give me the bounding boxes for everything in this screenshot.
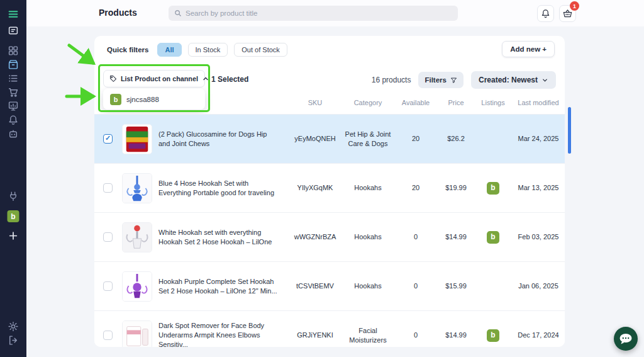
product-category: Hookahs <box>342 183 394 192</box>
product-sku: yEyMoQNEH <box>288 134 342 143</box>
header-available: Available <box>394 99 438 106</box>
table-row[interactable]: Dark Spot Remover for Face Body Underarm… <box>94 310 565 347</box>
product-available: 0 <box>394 281 438 290</box>
header-category: Category <box>342 99 394 106</box>
product-price: $14.99 <box>438 331 474 339</box>
vertical-scrollbar[interactable] <box>568 107 571 154</box>
products-panel: Quick filters All In Stock Out of Stock … <box>94 36 565 347</box>
sidebar: b <box>0 0 26 357</box>
sort-dropdown[interactable]: Created: Newest <box>471 71 556 89</box>
product-sku: GRJiYENKI <box>288 331 342 339</box>
add-channel-plus-icon[interactable] <box>8 230 19 241</box>
notifications-bell-button[interactable] <box>537 5 554 22</box>
product-sku: YIlyXGqMK <box>288 183 342 192</box>
quick-filters-label: Quick filters <box>107 46 148 54</box>
table-row[interactable]: Blue 4 Hose Hookah Set with Everything P… <box>94 163 565 212</box>
search-icon <box>174 9 182 17</box>
row-checkbox[interactable] <box>103 134 113 144</box>
header-listings: Listings <box>474 99 512 106</box>
header-price: Price <box>438 99 474 106</box>
selected-count: 1 Selected <box>211 75 248 84</box>
product-category: Hookahs <box>342 232 394 241</box>
channel-dropdown-label: List Product on channel <box>121 75 198 82</box>
product-price: $15.99 <box>438 281 474 290</box>
product-category: Facial Moisturizers <box>342 326 394 344</box>
annotation-arrow-dropdown <box>69 45 93 63</box>
product-title: Hookah Purple Complete Set Hookah Set 2 … <box>158 277 288 296</box>
page-title: Products <box>99 8 137 18</box>
row-checkbox[interactable] <box>103 281 113 291</box>
basket-icon <box>563 9 572 18</box>
listing-badge[interactable]: b <box>487 182 499 195</box>
product-last-modified: Mar 24, 2025 <box>512 134 565 143</box>
product-title: White Hookah set with everything Hookah … <box>158 228 288 247</box>
app-window: b Products 1 Quick filters All In Sto <box>0 0 644 357</box>
product-category: Hookahs <box>342 281 394 290</box>
product-available: 0 <box>394 331 438 339</box>
notifications-icon[interactable] <box>8 115 19 125</box>
listing-badge[interactable]: b <box>487 329 499 342</box>
products-icon[interactable] <box>8 59 19 70</box>
product-category: Pet Hip & Joint Care & Dogs <box>342 130 394 148</box>
funnel-icon <box>450 77 457 84</box>
table-header-row: SKU Category Available Price Listings La… <box>94 99 565 106</box>
integrations-plug-icon[interactable] <box>8 191 19 201</box>
search-box[interactable] <box>169 6 458 21</box>
product-thumbnail <box>122 320 152 348</box>
orders-list-icon[interactable] <box>8 73 19 84</box>
product-price: $19.99 <box>438 183 474 192</box>
apps-grid-icon[interactable] <box>8 45 19 56</box>
product-title: Blue 4 Hose Hookah Set with Everything P… <box>158 179 288 198</box>
filter-pill-all[interactable]: All <box>157 43 181 57</box>
product-sku: wWGZNrBZA <box>288 232 342 241</box>
row-checkbox[interactable] <box>103 232 113 242</box>
product-title: Dark Spot Remover for Face Body Underarm… <box>158 321 288 347</box>
table-body: (2 Pack) Glucosamine for Dogs Hip and Jo… <box>94 114 565 347</box>
add-new-button[interactable]: Add new + <box>502 41 555 57</box>
product-last-modified: Feb 03, 2025 <box>512 232 565 241</box>
header-last-modified: Last modified <box>512 99 565 106</box>
product-available: 0 <box>394 232 438 241</box>
basket-button[interactable]: 1 <box>559 5 576 22</box>
product-thumbnail <box>122 173 152 203</box>
listing-badge[interactable]: b <box>487 231 499 244</box>
top-bar: Products 1 <box>26 0 644 26</box>
bell-icon <box>541 9 550 18</box>
list-product-on-channel-dropdown[interactable]: List Product on channel <box>103 70 205 88</box>
table-row[interactable]: Hookah Purple Complete Set Hookah Set 2 … <box>94 261 565 310</box>
tag-icon <box>109 75 117 82</box>
chevron-down-icon <box>541 77 548 84</box>
chevron-up-icon <box>202 75 209 82</box>
settings-gear-icon[interactable] <box>8 321 19 332</box>
product-title: (2 Pack) Glucosamine for Dogs Hip and Jo… <box>158 130 288 149</box>
bot-icon[interactable] <box>8 128 19 139</box>
table-toolbar: 16 products Filters Created: Newest <box>372 71 556 89</box>
row-checkbox[interactable] <box>103 331 113 340</box>
product-available: 20 <box>394 183 438 192</box>
product-last-modified: Mar 13, 2025 <box>512 183 565 192</box>
product-price: $14.99 <box>438 232 474 241</box>
product-thumbnail <box>122 222 152 252</box>
product-sku: tCSVtBEMV <box>288 281 342 290</box>
filters-button[interactable]: Filters <box>418 72 464 88</box>
product-count: 16 products <box>372 76 411 84</box>
chat-widget-button[interactable] <box>614 327 638 351</box>
bonanza-channel-icon[interactable]: b <box>8 210 19 222</box>
analytics-icon[interactable] <box>8 101 19 111</box>
cart-icon[interactable] <box>8 87 19 98</box>
sort-dropdown-label: Created: Newest <box>479 76 538 84</box>
search-input[interactable] <box>186 9 452 17</box>
table-row[interactable]: (2 Pack) Glucosamine for Dogs Hip and Jo… <box>94 114 565 163</box>
dashboard-icon[interactable] <box>8 25 19 36</box>
menu-icon[interactable] <box>8 9 19 20</box>
product-thumbnail <box>122 271 152 302</box>
filter-pill-in-stock[interactable]: In Stock <box>188 43 228 57</box>
table-row[interactable]: White Hookah set with everything Hookah … <box>94 212 565 261</box>
basket-count-badge: 1 <box>570 1 579 11</box>
logout-icon[interactable] <box>8 335 19 346</box>
row-checkbox[interactable] <box>103 183 113 193</box>
quick-filters-row: Quick filters All In Stock Out of Stock <box>107 42 287 57</box>
filter-pill-out-of-stock[interactable]: Out of Stock <box>234 43 287 57</box>
product-price: $26.2 <box>438 134 474 143</box>
product-thumbnail <box>122 124 152 154</box>
